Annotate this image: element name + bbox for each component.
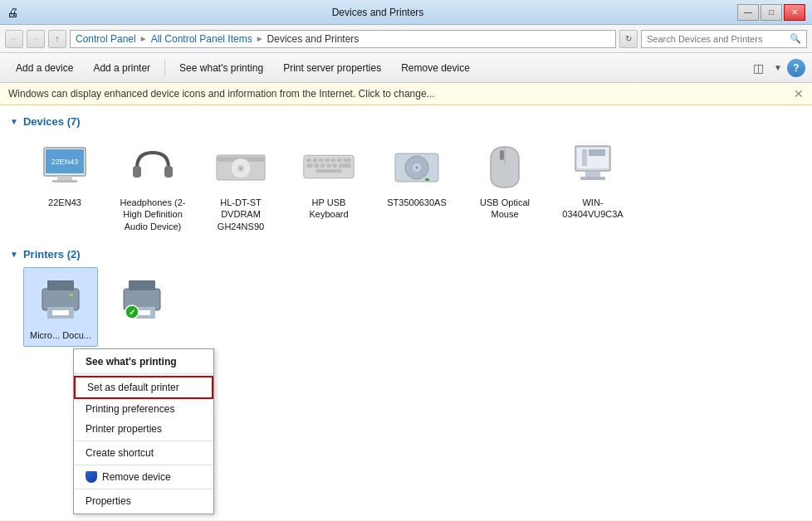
svg-rect-23 — [326, 163, 330, 168]
devices-section-header: ▼ Devices (7) — [10, 115, 802, 128]
help-button[interactable]: ? — [787, 59, 805, 77]
ctx-properties[interactable]: Properties — [74, 491, 213, 511]
add-device-button[interactable]: Add a device — [7, 56, 82, 80]
printers-grid: Micro... Docu... ✓ — [23, 267, 802, 347]
maximize-button[interactable]: □ — [761, 4, 782, 21]
device-dvd-label: HL-DT-ST DVDRAM GH24NS90 — [203, 197, 278, 232]
svg-rect-33 — [500, 150, 504, 160]
minimize-button[interactable]: — — [737, 4, 759, 21]
ctx-printer-props[interactable]: Printer properties — [74, 419, 213, 439]
device-computer[interactable]: WIN-03404VU9C3A — [551, 134, 634, 238]
mouse-icon — [478, 140, 531, 193]
device-headphones[interactable]: Headphones (2-High Definition Audio Devi… — [111, 134, 194, 238]
svg-rect-2 — [57, 176, 72, 180]
breadcrumb-current: Devices and Printers — [267, 33, 360, 45]
ctx-set-default[interactable]: Set as default printer — [74, 376, 213, 399]
breadcrumb: Control Panel ► All Control Panel Items … — [70, 30, 616, 48]
svg-rect-13 — [306, 158, 311, 163]
dvd-icon — [214, 140, 267, 193]
ctx-create-shortcut[interactable]: Create shortcut — [74, 443, 213, 463]
ctx-separator-4 — [74, 489, 213, 489]
printer-1-icon — [34, 273, 87, 326]
svg-rect-22 — [320, 163, 325, 168]
ctx-separator-2 — [74, 441, 213, 441]
devices-grid: 22EN43 22EN43 Headphones (2-High Definit… — [23, 134, 802, 238]
toolbar: Add a device Add a printer See what's pr… — [0, 53, 812, 83]
ctx-remove-device[interactable]: Remove device — [74, 467, 213, 487]
svg-rect-21 — [315, 163, 319, 168]
printer-1-label: Micro... Docu... — [30, 329, 91, 341]
device-headphones-label: Headphones (2-High Definition Audio Devi… — [115, 197, 190, 232]
breadcrumb-all-items[interactable]: All Control Panel Items — [151, 33, 252, 45]
address-bar: ← → ↑ Control Panel ► All Control Panel … — [0, 25, 812, 53]
shield-icon — [86, 471, 97, 483]
harddisk-icon — [390, 140, 443, 193]
breadcrumb-control-panel[interactable]: Control Panel — [76, 33, 136, 45]
view-button[interactable]: ◫ — [747, 57, 769, 79]
device-keyboard[interactable]: HP USB Keyboard — [287, 134, 370, 238]
svg-rect-17 — [331, 158, 335, 163]
window-title: Devices and Printers — [18, 7, 737, 18]
svg-rect-44 — [69, 294, 73, 296]
svg-text:✓: ✓ — [129, 308, 135, 317]
svg-rect-18 — [337, 158, 341, 163]
printer-2-icon: ✓ — [115, 273, 169, 326]
back-button[interactable]: ← — [5, 30, 23, 48]
monitor-icon: 22EN43 — [38, 140, 91, 193]
svg-rect-24 — [333, 163, 337, 168]
ctx-see-printing[interactable]: See what's printing — [74, 352, 213, 372]
view-dropdown-icon[interactable]: ▼ — [774, 63, 782, 72]
window-icon: 🖨 — [7, 6, 18, 19]
svg-rect-46 — [129, 280, 155, 290]
toolbar-separator — [164, 60, 165, 76]
title-bar: 🖨 Devices and Printers — □ ✕ — [0, 0, 812, 25]
svg-rect-31 — [425, 178, 429, 181]
device-harddisk[interactable]: ST3500630AS — [375, 134, 458, 238]
search-box[interactable]: 🔍 — [641, 30, 807, 48]
svg-rect-14 — [313, 158, 317, 163]
device-dvd[interactable]: HL-DT-ST DVDRAM GH24NS90 — [199, 134, 282, 238]
ctx-separator-3 — [74, 465, 213, 465]
svg-rect-37 — [580, 177, 605, 180]
ctx-printing-prefs[interactable]: Printing preferences — [74, 399, 213, 419]
see-whats-printing-button[interactable]: See what's printing — [170, 56, 272, 80]
info-bar-message[interactable]: Windows can display enhanced device icon… — [8, 88, 435, 100]
svg-rect-20 — [306, 163, 312, 168]
svg-rect-19 — [343, 158, 350, 163]
computer-icon — [566, 140, 619, 193]
svg-rect-5 — [133, 166, 141, 178]
svg-rect-38 — [582, 149, 587, 166]
refresh-button[interactable]: ↻ — [619, 30, 638, 48]
svg-rect-39 — [589, 149, 605, 156]
svg-text:22EN43: 22EN43 — [51, 158, 79, 166]
info-bar-close[interactable]: ✕ — [794, 87, 804, 100]
svg-rect-36 — [585, 172, 600, 177]
devices-collapse-arrow[interactable]: ▼ — [10, 117, 18, 126]
device-keyboard-label: HP USB Keyboard — [291, 197, 366, 221]
ctx-separator-1 — [74, 373, 213, 374]
device-mouse[interactable]: USB Optical Mouse — [463, 134, 546, 238]
svg-rect-41 — [47, 280, 74, 290]
svg-rect-16 — [325, 158, 329, 163]
svg-rect-26 — [316, 169, 341, 173]
keyboard-icon — [302, 140, 355, 193]
device-22en43[interactable]: 22EN43 22EN43 — [23, 134, 106, 238]
printer-1[interactable]: Micro... Docu... — [23, 267, 98, 347]
add-printer-button[interactable]: Add a printer — [84, 56, 159, 80]
svg-point-11 — [240, 168, 242, 170]
up-button[interactable]: ↑ — [48, 30, 66, 48]
device-harddisk-label: ST3500630AS — [387, 197, 447, 208]
svg-rect-25 — [339, 163, 351, 168]
svg-rect-15 — [319, 158, 323, 163]
svg-rect-43 — [52, 310, 69, 315]
printer-2[interactable]: ✓ — [105, 267, 179, 347]
remove-device-button[interactable]: Remove device — [392, 56, 479, 80]
info-bar: Windows can display enhanced device icon… — [0, 83, 812, 105]
printers-collapse-arrow[interactable]: ▼ — [10, 250, 18, 259]
device-computer-label: WIN-03404VU9C3A — [555, 197, 630, 221]
search-input[interactable] — [647, 34, 790, 44]
close-button[interactable]: ✕ — [784, 4, 805, 21]
forward-button[interactable]: → — [27, 30, 45, 48]
device-22en43-label: 22EN43 — [48, 197, 81, 208]
print-server-props-button[interactable]: Print server properties — [274, 56, 390, 80]
